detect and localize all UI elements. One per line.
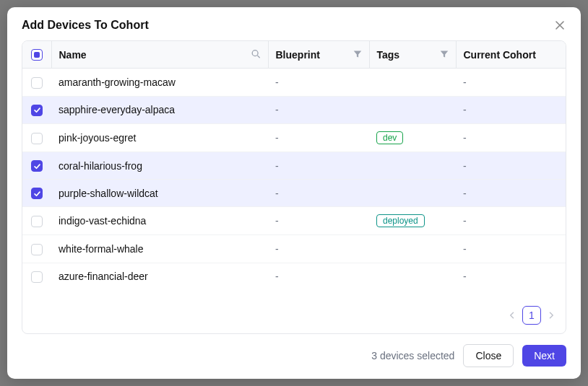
svg-point-2 [252,50,258,56]
select-all-checkbox[interactable] [31,49,43,61]
column-header-blueprint[interactable]: Blueprint [276,49,320,61]
device-name: purple-shallow-wildcat [51,180,268,207]
page-number[interactable]: 1 [522,306,541,325]
cohort-value: - [463,188,467,199]
row-checkbox[interactable] [31,105,43,116]
table-row[interactable]: amaranth-growing-macaw-- [22,69,566,96]
table-row[interactable]: purple-shallow-wildcat-- [22,180,566,207]
selected-count: 3 devices selected [371,350,454,361]
next-button[interactable]: Next [522,345,566,367]
svg-line-3 [257,56,259,58]
blueprint-value: - [275,215,279,227]
tags-cell: deployed [369,207,456,235]
page-next-icon[interactable] [547,311,555,320]
device-name: azure-financial-deer [51,263,268,290]
table-row[interactable]: pink-joyous-egret-dev- [22,123,566,152]
table-row[interactable]: coral-hilarious-frog-- [22,152,566,179]
device-name: indigo-vast-echidna [51,207,268,235]
blueprint-value: - [275,243,279,255]
cohort-value: - [463,132,467,144]
blueprint-value: - [275,188,279,199]
row-checkbox[interactable] [31,271,43,283]
tags-cell [369,96,456,123]
device-name: amaranth-growing-macaw [51,69,268,96]
search-icon[interactable] [251,48,261,61]
row-checkbox[interactable] [31,216,43,227]
blueprint-value: - [275,76,279,88]
row-checkbox[interactable] [31,77,43,89]
cohort-value: - [463,215,467,227]
row-checkbox[interactable] [31,133,43,144]
modal-footer: 3 devices selected Close Next [7,334,581,379]
row-checkbox[interactable] [31,188,43,199]
table-row[interactable]: white-formal-whale-- [22,235,566,263]
tags-cell [369,69,456,96]
column-header-tags[interactable]: Tags [377,49,400,61]
device-table: Name Blueprint Tags [22,41,566,290]
tags-cell: dev [369,123,456,152]
filter-icon[interactable] [353,49,362,61]
cohort-value: - [463,104,467,115]
blueprint-value: - [275,160,279,172]
modal-title: Add Devices To Cohort [22,19,149,32]
blueprint-value: - [275,104,279,115]
close-button[interactable]: Close [463,344,514,367]
table-row[interactable]: indigo-vast-echidna-deployed- [22,207,566,235]
close-icon[interactable] [553,19,566,32]
cohort-value: - [463,243,467,255]
pagination: 1 [22,297,566,333]
tag-badge: dev [376,131,403,144]
blueprint-value: - [275,271,279,282]
device-name: coral-hilarious-frog [51,152,268,179]
column-header-cohort[interactable]: Current Cohort [464,49,536,61]
row-checkbox[interactable] [31,244,43,255]
cohort-value: - [463,271,467,282]
tags-cell [369,235,456,263]
tag-badge: deployed [376,214,425,227]
cohort-value: - [463,160,467,172]
device-name: white-formal-whale [51,235,268,263]
row-checkbox[interactable] [31,160,43,172]
filter-icon[interactable] [440,49,449,61]
page-prev-icon[interactable] [508,311,516,320]
add-devices-modal: Add Devices To Cohort Name [7,7,581,379]
modal-header: Add Devices To Cohort [7,7,581,40]
tags-cell [369,263,456,290]
tags-cell [369,180,456,207]
device-name: sapphire-everyday-alpaca [51,96,268,123]
device-table-container: Name Blueprint Tags [22,40,566,334]
table-row[interactable]: azure-financial-deer-- [22,263,566,290]
tags-cell [369,152,456,179]
device-name: pink-joyous-egret [51,123,268,152]
blueprint-value: - [275,132,279,144]
column-header-name[interactable]: Name [59,49,87,61]
cohort-value: - [463,76,467,88]
table-row[interactable]: sapphire-everyday-alpaca-- [22,96,566,123]
